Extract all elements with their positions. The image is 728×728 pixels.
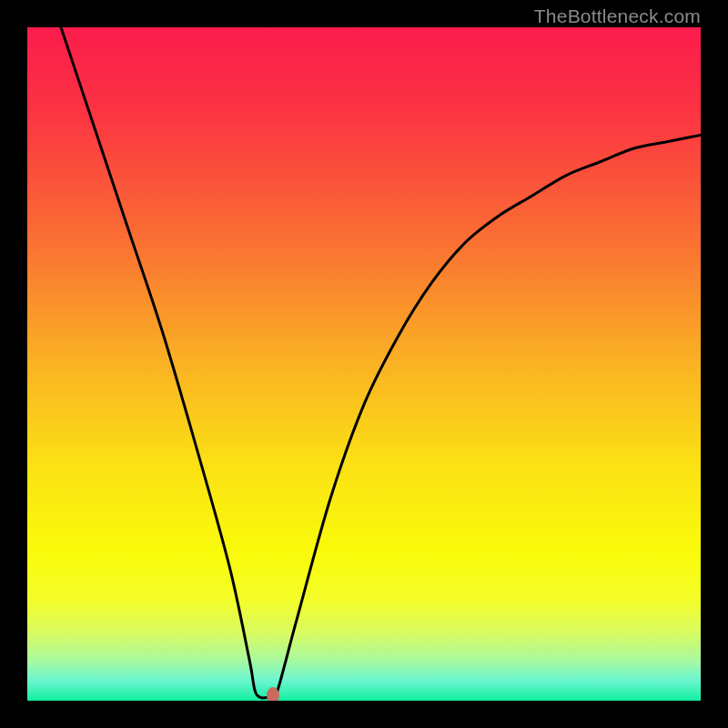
chart-frame: TheBottleneck.com bbox=[0, 0, 728, 728]
bottleneck-curve bbox=[27, 27, 701, 701]
plot-area bbox=[27, 27, 701, 701]
watermark-text: TheBottleneck.com bbox=[534, 5, 701, 27]
optimal-point-marker bbox=[267, 687, 279, 701]
